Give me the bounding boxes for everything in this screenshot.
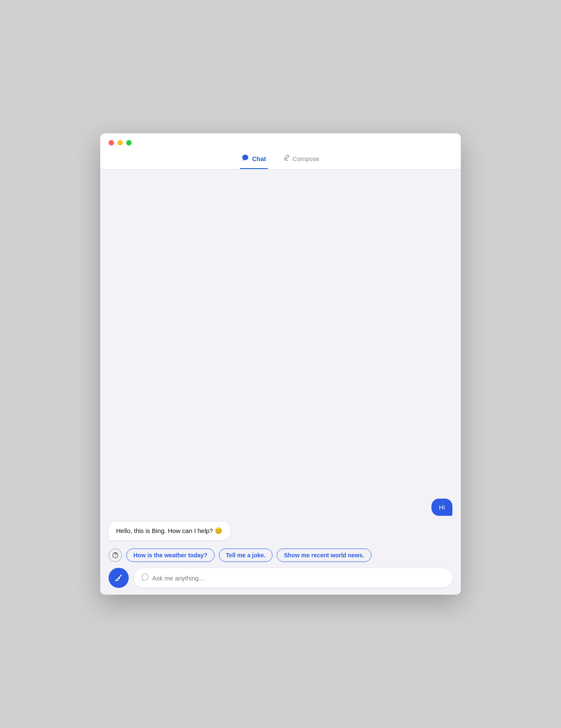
suggestion-chip-1[interactable]: How is the weather today? <box>126 549 215 562</box>
chat-area: Hi Hello, this is Bing. How can I help? … <box>100 169 461 595</box>
input-container <box>134 568 452 588</box>
input-message-icon <box>141 573 149 582</box>
message-user-1: Hi <box>109 499 452 516</box>
suggestions-row: How is the weather today? Tell me a joke… <box>109 544 452 564</box>
bot-bubble-1: Hello, this is Bing. How can I help? 😊 <box>109 522 230 540</box>
tab-compose-label: Compose <box>293 155 319 162</box>
tab-bar: Chat Compose <box>109 151 452 169</box>
chat-input[interactable] <box>152 575 445 582</box>
app-window: Chat Compose Hi Hello, th <box>100 133 461 595</box>
titlebar: Chat Compose <box>100 133 461 169</box>
input-row <box>109 568 452 588</box>
user-bubble-1: Hi <box>431 499 452 516</box>
message-bot-1: Hello, this is Bing. How can I help? 😊 <box>109 522 452 540</box>
tab-chat-label: Chat <box>252 155 266 162</box>
minimize-button[interactable] <box>117 140 123 146</box>
chat-tab-icon <box>242 154 249 163</box>
suggestion-chip-3[interactable]: Show me recent world news. <box>277 549 371 562</box>
tab-compose[interactable]: Compose <box>281 151 321 169</box>
question-icon-circle <box>109 549 122 562</box>
close-button[interactable] <box>109 140 114 146</box>
tab-chat[interactable]: Chat <box>240 151 268 169</box>
compose-tab-icon <box>283 154 290 163</box>
traffic-lights <box>109 140 452 146</box>
clear-button[interactable] <box>109 568 129 588</box>
messages-list: Hi Hello, this is Bing. How can I help? … <box>109 178 452 544</box>
maximize-button[interactable] <box>126 140 132 146</box>
suggestion-chip-2[interactable]: Tell me a joke. <box>219 549 273 562</box>
